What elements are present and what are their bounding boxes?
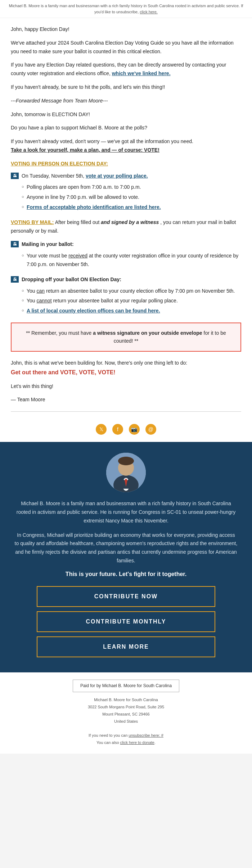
ballot-icon-1: 🗳 <box>11 173 19 179</box>
para4: John, tomorrow is ELECTION DAY! <box>11 110 241 119</box>
para2: If you have any Election Day related que… <box>11 61 241 78</box>
unsubscribe-link-top[interactable]: click here. <box>140 10 158 14</box>
candidate-photo-svg <box>106 453 146 492</box>
address-line1: Michael B. Moore for South Carolina <box>94 698 158 702</box>
bio-text-2: In Congress, Michael will prioritize bui… <box>14 531 238 565</box>
closing3: — Team Moore <box>11 396 241 404</box>
section2-bullets: Your vote must be received at the county… <box>11 252 241 269</box>
ballot-icon-3: 🗳 <box>11 276 19 283</box>
bio-tagline: This is your future. Let's fight for it … <box>14 571 238 577</box>
address-line2: 3022 South Morgans Point Road, Suite 295 <box>88 705 164 709</box>
instagram-icon[interactable]: 📷 <box>129 424 140 435</box>
section3-heading: Dropping off your ballot ON Election Day… <box>22 275 121 284</box>
top-bar: Michael B. Moore is a family man and bus… <box>0 0 252 18</box>
contribute-now-button[interactable]: CONTRIBUTE NOW <box>37 586 215 607</box>
contribute-monthly-button[interactable]: CONTRIBUTE MONTHLY <box>37 611 215 632</box>
address-line3: Mount Pleasant, SC 29466 <box>102 712 149 716</box>
photo-id-link[interactable]: Forms of acceptable photo identification… <box>27 204 161 210</box>
facebook-icon[interactable]: f <box>112 424 123 435</box>
divider <box>11 411 241 412</box>
paid-for-box: Paid for by Michael B. Moore for South C… <box>73 680 179 693</box>
list-item: A list of local county election offices … <box>22 307 241 315</box>
section1-intro: On Tuesday, November 5th, vote at your p… <box>22 172 148 181</box>
section2-intro: VOTING BY MAIL: After being filled out a… <box>11 218 241 236</box>
email-wrapper: Michael B. Moore is a family man and bus… <box>0 0 252 754</box>
address: Michael B. Moore for South Carolina 3022… <box>11 696 241 725</box>
closing1: John, this is what we've been building f… <box>11 359 241 377</box>
voting-by-mail-section: VOTING BY MAIL: After being filled out a… <box>11 218 241 269</box>
polling-place-link[interactable]: vote at your polling place. <box>86 173 148 179</box>
mailing-heading: Mailing in your ballot: <box>22 240 74 249</box>
closing2: Let's win this thing! <box>11 382 241 391</box>
list-item: Anyone in line by 7:00 p.m. will be allo… <box>22 193 241 202</box>
polling-place-item: 🗳 On Tuesday, November 5th, vote at your… <box>11 172 241 181</box>
footer-links: If you need to you can unsubscribe here:… <box>11 732 241 746</box>
ballot-icon-2: 🗳 <box>11 241 19 247</box>
threads-icon[interactable]: @ <box>145 424 156 435</box>
para6-bold: Take a look for yourself, make a plan, a… <box>11 147 159 153</box>
county-offices-link[interactable]: A list of local county election offices … <box>27 308 160 314</box>
vote-bold: Get out there and VOTE, VOTE, VOTE! <box>11 369 116 375</box>
donate-text: You can also click here to donate. <box>96 740 156 745</box>
dropping-off-item: 🗳 Dropping off your ballot ON Election D… <box>11 275 241 284</box>
voting-in-person-section: VOTING IN PERSON ON ELECTION DAY: 🗳 On T… <box>11 160 241 212</box>
donate-link[interactable]: click here to donate <box>120 740 154 745</box>
para3: If you haven't already, be sure to hit t… <box>11 83 241 92</box>
forwarded-header: ---Forwarded Message from Team Moore--- <box>11 97 241 105</box>
county-office-link[interactable]: which we've linked here. <box>112 70 171 76</box>
mailing-ballot-item: 🗳 Mailing in your ballot: <box>11 240 241 249</box>
section2-heading: VOTING BY MAIL: <box>11 219 54 225</box>
address-line4: United States <box>114 719 138 723</box>
section3-bullets: You can return an absentee ballot to you… <box>11 287 241 315</box>
section1-bullets: Polling places are open from 7:00 a.m. t… <box>11 183 241 211</box>
reminder-box: ** Remember, you must have a witness sig… <box>11 323 241 352</box>
social-row: 𝕏 f 📷 @ <box>11 419 241 435</box>
list-item: Polling places are open from 7:00 a.m. t… <box>22 183 241 192</box>
reminder-bold: a witness signature on your outside enve… <box>93 330 202 336</box>
email-body: John, happy Election Day! We've attached… <box>0 18 252 442</box>
bio-section: Michael B. Moore is a family man and bus… <box>0 442 252 672</box>
paid-for-text: Paid for by Michael B. Moore for South C… <box>80 683 172 688</box>
list-item: You cannot return your absentee ballot a… <box>22 297 241 305</box>
dropping-off-section: 🗳 Dropping off your ballot ON Election D… <box>11 275 241 315</box>
section1-heading: VOTING IN PERSON ON ELECTION DAY: <box>11 160 241 168</box>
list-item: Forms of acceptable photo identification… <box>22 203 241 212</box>
para5: Do you have a plan to support Michael B.… <box>11 124 241 132</box>
list-item: You can return an absentee ballot to you… <box>22 287 241 296</box>
unsubscribe-text: If you need to you can unsubscribe here:… <box>89 733 163 737</box>
svg-point-4 <box>118 457 134 465</box>
list-item: Your vote must be received at the county… <box>22 252 241 269</box>
twitter-icon[interactable]: 𝕏 <box>96 424 107 435</box>
unsubscribe-link-footer[interactable]: unsubscribe here: # <box>129 733 163 737</box>
learn-more-button[interactable]: LEARN MORE <box>37 636 215 657</box>
candidate-photo <box>106 453 146 492</box>
bio-text-1: Michael B. Moore is a family man and bus… <box>14 499 238 525</box>
top-bar-text: Michael B. Moore is a family man and bus… <box>9 4 243 14</box>
para6: If you haven't already voted, don't worr… <box>11 137 241 155</box>
footer-section: Paid for by Michael B. Moore for South C… <box>0 672 252 754</box>
para1: We've attached your 2024 South Carolina … <box>11 39 241 56</box>
greeting: John, happy Election Day! <box>11 25 241 34</box>
